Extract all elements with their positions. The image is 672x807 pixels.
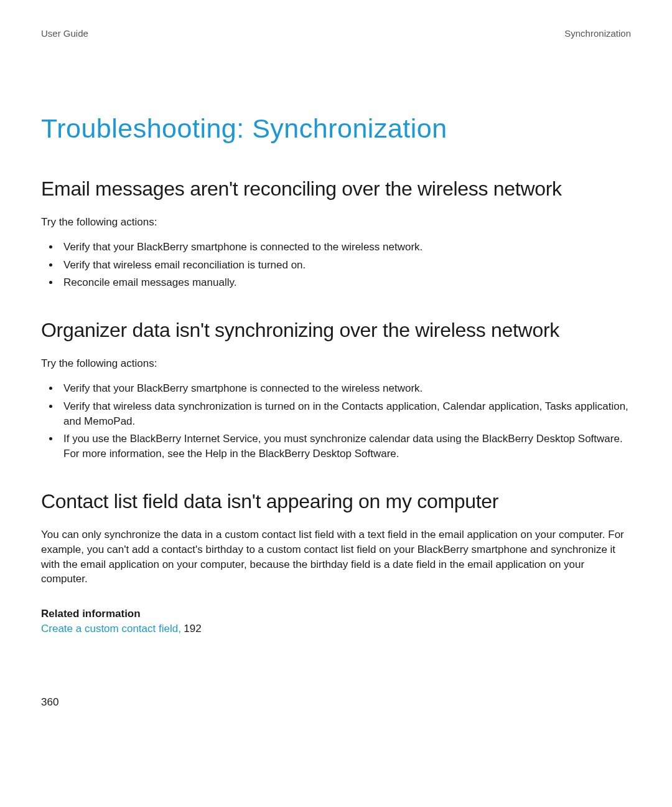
page-title: Troubleshooting: Synchronization bbox=[41, 113, 631, 144]
section-3-paragraph: You can only synchronize the data in a c… bbox=[41, 527, 631, 587]
related-page-number: 192 bbox=[184, 623, 201, 635]
related-info-heading: Related information bbox=[41, 608, 631, 620]
list-item: Verify that wireless data synchronizatio… bbox=[60, 399, 631, 429]
section-2-bullets: Verify that your BlackBerry smartphone i… bbox=[41, 381, 631, 461]
section-1-bullets: Verify that your BlackBerry smartphone i… bbox=[41, 240, 631, 290]
page-number: 360 bbox=[41, 696, 58, 709]
related-link[interactable]: Create a custom contact field, bbox=[41, 623, 181, 635]
list-item: Reconcile email messages manually. bbox=[60, 275, 631, 290]
list-item: Verify that your BlackBerry smartphone i… bbox=[60, 381, 631, 396]
document-page: User Guide Synchronization Troubleshooti… bbox=[0, 0, 672, 807]
section-heading-1: Email messages aren't reconciling over t… bbox=[41, 176, 631, 201]
section-heading-2: Organizer data isn't synchronizing over … bbox=[41, 318, 631, 342]
page-header: User Guide Synchronization bbox=[41, 28, 631, 39]
section-1-intro: Try the following actions: bbox=[41, 215, 631, 230]
list-item: Verify that your BlackBerry smartphone i… bbox=[60, 240, 631, 255]
section-2-intro: Try the following actions: bbox=[41, 356, 631, 371]
header-right: Synchronization bbox=[564, 28, 631, 39]
header-left: User Guide bbox=[41, 28, 88, 39]
list-item: Verify that wireless email reconciliatio… bbox=[60, 258, 631, 273]
related-info-line: Create a custom contact field, 192 bbox=[41, 623, 631, 635]
list-item: If you use the BlackBerry Internet Servi… bbox=[60, 432, 631, 461]
section-heading-3: Contact list field data isn't appearing … bbox=[41, 489, 631, 514]
